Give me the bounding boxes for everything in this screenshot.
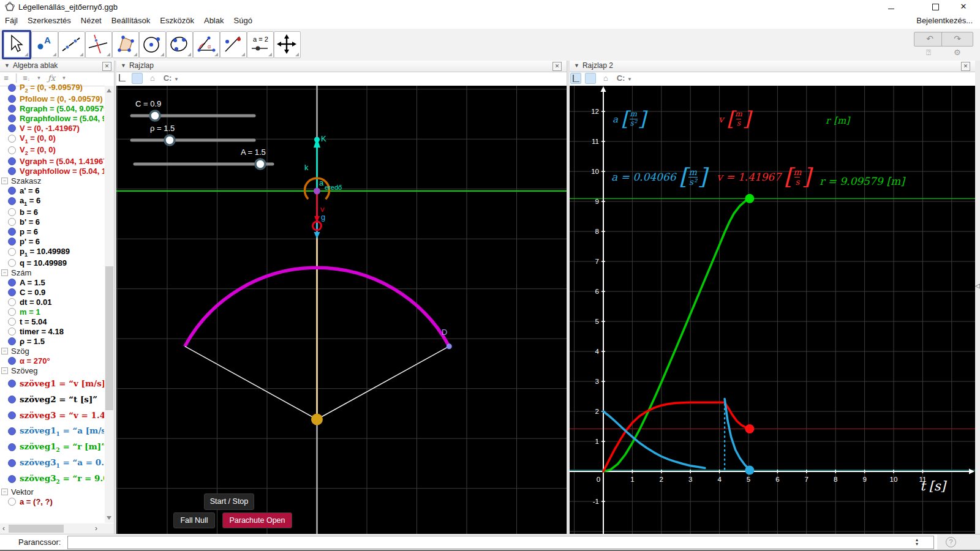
point-D[interactable] bbox=[447, 343, 452, 349]
gfx1-header[interactable]: ▼Rajzlap ✕ bbox=[116, 61, 567, 72]
algebra-row[interactable]: a = (?, ?) bbox=[0, 497, 104, 506]
collapse-icon[interactable]: − bbox=[1, 348, 8, 354]
scroll-left-icon[interactable]: ‹ bbox=[2, 524, 5, 533]
algebra-row[interactable]: A = 1.5 bbox=[0, 277, 104, 287]
input-history-spinner[interactable]: ▴▾ bbox=[916, 538, 918, 546]
angle-tool-button[interactable]: α bbox=[193, 31, 220, 58]
button-start-stop[interactable]: Start / Stop bbox=[204, 493, 254, 510]
algebra-row[interactable]: C = 0.9 bbox=[0, 287, 104, 297]
visibility-marble[interactable] bbox=[8, 218, 16, 226]
visibility-marble[interactable] bbox=[8, 459, 16, 467]
minimize-button[interactable] bbox=[882, 2, 900, 12]
algebra-horizontal-scrollbar[interactable]: ‹ › bbox=[0, 523, 114, 534]
gfx2-canvas[interactable]: 01234567891011-1123456789101112 a[ms²]v[… bbox=[570, 86, 975, 534]
algebra-row[interactable]: Rgraphfollow = (5.04, 9.09579) bbox=[0, 113, 104, 123]
visibility-marble[interactable] bbox=[8, 208, 16, 216]
algebra-row[interactable]: a1 = 6 bbox=[0, 195, 104, 207]
visibility-marble[interactable] bbox=[8, 197, 16, 205]
panel-dropdown-icon[interactable]: ▼ bbox=[574, 62, 579, 69]
visibility-marble[interactable] bbox=[8, 114, 16, 122]
visibility-marble[interactable] bbox=[8, 187, 16, 195]
collapse-icon[interactable]: − bbox=[1, 269, 8, 276]
collapse-icon[interactable]: − bbox=[1, 178, 8, 184]
visibility-marble[interactable] bbox=[8, 443, 16, 451]
special-line-tool-button[interactable] bbox=[85, 31, 112, 58]
visibility-marble[interactable] bbox=[8, 498, 16, 506]
algebra-vertical-scrollbar[interactable] bbox=[105, 86, 114, 523]
menu-item-beállítások[interactable]: Beállítások bbox=[107, 13, 156, 28]
command-input[interactable] bbox=[67, 536, 934, 549]
menu-item-szerkesztés[interactable]: Szerkesztés bbox=[23, 13, 76, 28]
load-point[interactable] bbox=[311, 414, 323, 425]
expand-panel-icon[interactable]: ◁ bbox=[975, 282, 980, 289]
algebra-row[interactable]: dt = 0.01 bbox=[0, 297, 104, 307]
scroll-right-icon[interactable]: › bbox=[95, 524, 97, 533]
panel-dropdown-icon[interactable]: ▼ bbox=[121, 62, 126, 69]
sign-in-link[interactable]: Bejelentkezés... bbox=[916, 16, 973, 25]
algebra-row[interactable]: V = (0, -1.41967) bbox=[0, 123, 104, 133]
scroll-up-icon[interactable] bbox=[107, 89, 111, 92]
visibility-marble[interactable] bbox=[8, 475, 16, 483]
algebra-row[interactable]: szöveg2 = “t [s]” bbox=[0, 391, 104, 407]
trace-point[interactable] bbox=[745, 466, 754, 475]
algebra-row[interactable]: ρ = 1.5 bbox=[0, 336, 104, 346]
parachute-cord-left[interactable] bbox=[185, 347, 317, 419]
algebra-row[interactable]: szöveg3 = “v = 1.41967 [m/s]” bbox=[0, 407, 104, 423]
panel-dropdown-icon[interactable]: ▼ bbox=[4, 62, 10, 69]
visibility-marble[interactable] bbox=[8, 238, 16, 246]
point-capturing-icon[interactable]: C: ▼ bbox=[162, 73, 180, 84]
visibility-marble[interactable] bbox=[8, 228, 16, 236]
algebra-row[interactable]: szöveg32 = “r = 9.09579 [m]” bbox=[0, 471, 104, 487]
show-axes-icon[interactable] bbox=[117, 73, 128, 84]
point-K[interactable] bbox=[314, 137, 320, 143]
algebra-row[interactable]: Rgraph = (5.04, 9.09579) bbox=[0, 103, 104, 113]
algebra-row[interactable]: b = 6 bbox=[0, 207, 104, 217]
visibility-marble[interactable] bbox=[8, 357, 16, 365]
circle-tool-button[interactable] bbox=[139, 31, 166, 58]
button-fall-null[interactable]: Fall Null bbox=[173, 512, 215, 528]
menu-item-fájl[interactable]: Fájl bbox=[0, 13, 23, 28]
algebra-row[interactable]: Pfollow = (0, -9.09579) bbox=[0, 94, 104, 103]
visibility-marble[interactable] bbox=[8, 427, 16, 435]
menu-item-súgó[interactable]: Súgó bbox=[229, 13, 257, 28]
visibility-marble[interactable] bbox=[8, 259, 16, 267]
algebra-row[interactable]: V1 = (0, 0) bbox=[0, 133, 104, 144]
parachute-cord-right[interactable] bbox=[317, 347, 450, 419]
settings-gear-icon[interactable]: ⚙ bbox=[954, 48, 961, 57]
algebra-row[interactable]: m = 1 bbox=[0, 307, 104, 317]
close-button[interactable]: ✕ bbox=[954, 2, 973, 12]
visibility-marble[interactable] bbox=[8, 380, 16, 388]
algebra-row[interactable]: p' = 6 bbox=[0, 236, 104, 246]
show-axes-icon[interactable] bbox=[570, 73, 581, 84]
menu-item-nézet[interactable]: Nézet bbox=[76, 13, 107, 28]
visibility-marble[interactable] bbox=[8, 105, 16, 113]
algebra-row[interactable]: a' = 6 bbox=[0, 186, 104, 195]
menu-item-eszközök[interactable]: Eszközök bbox=[155, 13, 199, 28]
collapse-icon[interactable]: − bbox=[1, 489, 8, 495]
help-icon[interactable]: ⍰ bbox=[926, 48, 931, 58]
gfx2-header[interactable]: ▼Rajzlap 2 ✕ bbox=[570, 61, 975, 72]
algebra-row[interactable]: α = 270° bbox=[0, 356, 104, 365]
conic-tool-button[interactable] bbox=[166, 31, 193, 58]
visibility-marble[interactable] bbox=[8, 248, 16, 256]
visibility-marble[interactable] bbox=[8, 95, 16, 103]
polygon-tool-button[interactable] bbox=[112, 31, 139, 58]
algebra-row[interactable]: szöveg11 = “a [m/s²]” bbox=[0, 423, 104, 439]
slider-knob[interactable] bbox=[165, 135, 175, 145]
slider-knob[interactable] bbox=[255, 159, 265, 169]
trace-point[interactable] bbox=[745, 424, 754, 433]
button-parachute-open[interactable]: Parachute Open bbox=[222, 512, 292, 528]
visibility-marble[interactable] bbox=[8, 146, 16, 154]
visibility-marble[interactable] bbox=[8, 279, 16, 287]
scrollbar-thumb[interactable] bbox=[9, 525, 64, 533]
redo-button[interactable]: ↷ bbox=[941, 32, 973, 47]
show-grid-icon[interactable] bbox=[585, 73, 596, 84]
restore-button[interactable] bbox=[926, 2, 944, 12]
gfx1-canvas[interactable]: C = 0.9ρ = 1.5A = 1.5KkaeredővgDStart / … bbox=[116, 86, 567, 534]
algebra-row[interactable]: p1 = 10.49989 bbox=[0, 246, 104, 258]
algebra-panel-header[interactable]: ▼Algebra ablak ✕ bbox=[0, 61, 114, 72]
algebra-close-icon[interactable]: ✕ bbox=[102, 62, 111, 71]
visibility-marble[interactable] bbox=[8, 84, 16, 92]
slider-tool-button[interactable]: a = 2 bbox=[247, 31, 274, 58]
home-icon[interactable]: ⌂ bbox=[600, 73, 611, 84]
